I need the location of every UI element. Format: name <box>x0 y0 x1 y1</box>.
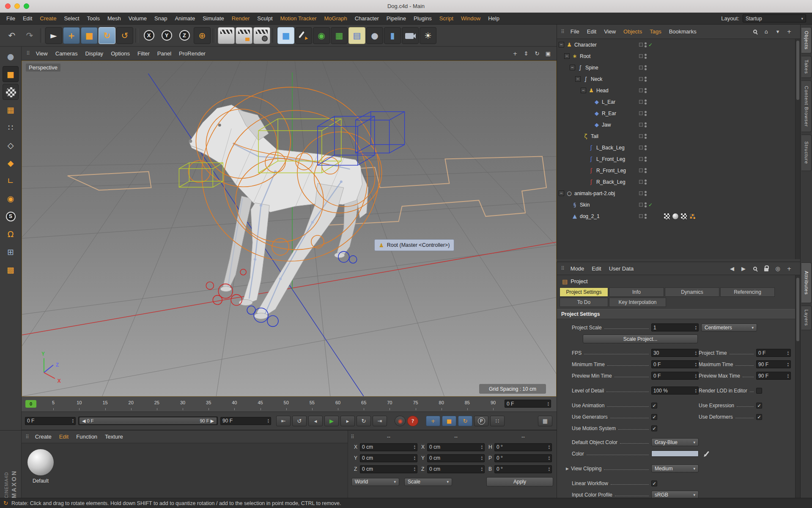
use-generators-checkbox[interactable]: ✓ <box>651 414 657 420</box>
side-tab-content-browser[interactable]: Content Browser <box>801 80 812 132</box>
frame-tick-25[interactable]: 25 <box>154 400 159 405</box>
material-menu-function[interactable]: Function <box>72 432 101 442</box>
toggle-layout-icon[interactable]: ▣ <box>544 49 552 58</box>
spline-button[interactable]: ◉ <box>313 27 330 44</box>
attribute-menu-user-data[interactable]: User Data <box>605 264 638 273</box>
drag-handle-icon[interactable]: ⠿ <box>561 266 565 271</box>
viewport-menu-view[interactable]: View <box>32 49 52 58</box>
visibility-dots[interactable] <box>645 77 647 82</box>
object-row-tail[interactable]: ζTail <box>557 130 800 142</box>
size-z-field[interactable]: 0 cm <box>427 465 485 473</box>
add-cube-button[interactable]: ■ <box>277 27 294 44</box>
frame-tick-50[interactable]: 50 <box>284 400 289 405</box>
layer-box[interactable] <box>639 100 643 104</box>
tab-dynamics[interactable]: Dynamics <box>665 287 719 297</box>
layer-box[interactable] <box>639 168 643 172</box>
expand-toggle[interactable]: − <box>570 65 575 70</box>
layer-box[interactable] <box>639 123 643 127</box>
pan-view-icon[interactable]: + <box>511 49 519 58</box>
visibility-dots[interactable] <box>645 65 647 70</box>
end-frame-field[interactable]: 90 F <box>220 417 271 425</box>
object-row-root[interactable]: −∗Root <box>557 50 800 62</box>
enabled-check[interactable]: ✓ <box>648 202 653 208</box>
current-frame-field[interactable]: 0 F <box>505 400 551 408</box>
layer-box[interactable] <box>639 191 643 195</box>
visibility-dots[interactable] <box>645 111 647 116</box>
drag-handle-icon[interactable]: ⠿ <box>561 29 565 34</box>
render-settings-button[interactable] <box>253 27 270 44</box>
pos-y-field[interactable]: 0 cm <box>360 454 417 462</box>
object-row-l-front-leg[interactable]: ʃL_Front_Leg <box>557 153 800 165</box>
material-menu-create[interactable]: Create <box>31 432 55 442</box>
frame-tick-30[interactable]: 30 <box>180 400 185 405</box>
redo-icon[interactable]: ↷ <box>21 27 38 44</box>
magnet-snap-button[interactable]: Ω <box>3 226 19 242</box>
light-button[interactable]: ☀ <box>420 27 436 44</box>
menu-item-window[interactable]: Window <box>457 14 484 23</box>
frame-tick-90[interactable]: 90 <box>491 400 496 405</box>
side-tab-takes[interactable]: Takes <box>801 56 812 78</box>
tab-key-interpolation[interactable]: Key Interpolation <box>609 298 666 307</box>
menu-item-mograph[interactable]: MoGraph <box>320 14 351 23</box>
tab-project-settings[interactable]: Project Settings <box>560 287 608 297</box>
layer-box[interactable] <box>639 180 643 184</box>
render-picture-viewer-button[interactable] <box>236 27 252 44</box>
frame-tick-15[interactable]: 15 <box>102 400 107 405</box>
undo-icon[interactable]: ↶ <box>3 27 20 44</box>
frame-tick-20[interactable]: 20 <box>129 400 134 405</box>
frame-range-slider[interactable]: ◀ 0 F 90 F ▶ <box>78 417 218 425</box>
model-mode-button[interactable]: ■ <box>3 66 19 82</box>
menu-item-simulate[interactable]: Simulate <box>199 14 228 23</box>
previous-frame-button[interactable]: ◂ <box>308 416 323 426</box>
autokey-button[interactable]: ? <box>407 416 418 426</box>
frame-tick-70[interactable]: 70 <box>387 400 392 405</box>
visibility-dots[interactable] <box>645 179 647 185</box>
level-of-detail-field[interactable]: 100 % <box>651 387 699 395</box>
side-tab-attributes[interactable]: Attributes <box>801 262 812 303</box>
lock-y-axis-button[interactable]: Y <box>158 27 175 44</box>
menu-item-select[interactable]: Select <box>60 14 83 23</box>
viewport-menu-panel[interactable]: Panel <box>154 49 175 58</box>
object-row-l-ear[interactable]: ◆L_Ear <box>557 96 800 108</box>
axis-mode-button[interactable]: ∟ <box>3 173 19 189</box>
camera-button[interactable] <box>402 27 419 44</box>
frame-tick-65[interactable]: 65 <box>361 400 366 405</box>
home-icon[interactable]: ⌂ <box>762 28 771 36</box>
add-icon[interactable]: + <box>785 28 793 36</box>
search-icon[interactable] <box>751 28 759 36</box>
layer-box[interactable] <box>639 77 643 81</box>
frame-tick-5[interactable]: 5 <box>52 400 55 405</box>
object-manager-menu-edit[interactable]: Edit <box>583 27 600 36</box>
play-button[interactable]: ▶ <box>324 416 339 426</box>
layer-box[interactable] <box>639 203 643 207</box>
live-selection-tool[interactable]: ► <box>45 27 62 44</box>
viewport[interactable]: Y Z X Perspective ♟ Root (Master <Contro… <box>22 61 557 397</box>
object-row-r-back-leg[interactable]: ʃR_Back_Leg <box>557 176 800 188</box>
menu-item-render[interactable]: Render <box>228 14 254 23</box>
scale-tool[interactable]: ■ <box>81 27 98 44</box>
viewport-menu-display[interactable]: Display <box>82 49 107 58</box>
menu-item-plugins[interactable]: Plugins <box>410 14 436 23</box>
fps-field[interactable]: 30 <box>651 349 699 357</box>
menu-item-character[interactable]: Character <box>351 14 383 23</box>
last-used-tool[interactable]: ↺ <box>116 27 133 44</box>
make-editable-icon[interactable]: ● <box>3 48 19 64</box>
zoom-view-icon[interactable]: ⇕ <box>522 49 530 58</box>
object-manager-menu-bookmarks[interactable]: Bookmarks <box>665 27 700 36</box>
timeline-ruler[interactable]: 0 0 F 5101520253035404550556065707580859… <box>22 397 557 412</box>
key-parameter-button[interactable]: P <box>474 416 488 426</box>
frame-tick-85[interactable]: 85 <box>465 400 470 405</box>
apply-button[interactable]: Apply <box>486 477 553 486</box>
visibility-dots[interactable] <box>645 168 647 173</box>
side-tab-structure[interactable]: Structure <box>801 135 812 171</box>
layout-dropdown[interactable]: Startup <box>743 14 806 22</box>
object-manager-menu-objects[interactable]: Objects <box>620 27 646 36</box>
project-time-field[interactable]: 0 F <box>756 349 791 357</box>
layer-box[interactable] <box>639 214 643 218</box>
object-row-jaw[interactable]: ◆Jaw <box>557 119 800 130</box>
layer-box[interactable] <box>639 157 643 161</box>
back-icon[interactable]: ◀ <box>728 264 736 273</box>
tab-info[interactable]: Info <box>609 287 664 297</box>
drag-handle-icon[interactable]: ⠿ <box>26 51 30 56</box>
object-row-head[interactable]: −♟Head <box>557 85 800 96</box>
